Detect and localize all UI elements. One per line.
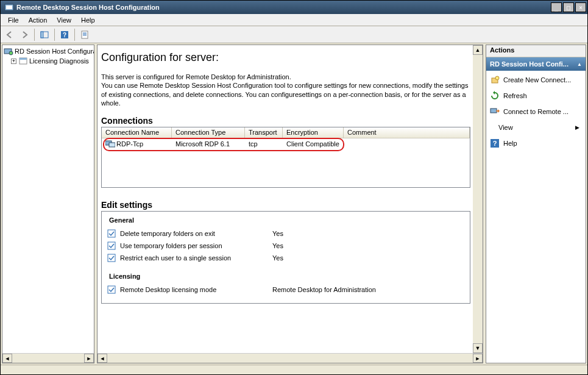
setting-value: Yes bbox=[272, 230, 283, 237]
setting-value: Remote Desktop for Administration bbox=[272, 286, 376, 293]
toolbar-separator bbox=[74, 29, 75, 41]
app-icon bbox=[4, 2, 14, 12]
setting-row[interactable]: Restrict each user to a single sessionYe… bbox=[107, 252, 465, 264]
app-window: Remote Desktop Session Host Configuratio… bbox=[0, 0, 588, 375]
col-encryption[interactable]: Encryption bbox=[283, 127, 344, 138]
show-hide-tree-button[interactable] bbox=[38, 28, 51, 41]
close-button[interactable]: × bbox=[575, 2, 586, 12]
properties-button[interactable] bbox=[78, 28, 91, 41]
tree-pane: RD Session Host Configura + Licensing Di… bbox=[2, 45, 94, 363]
help-icon: ? bbox=[490, 138, 500, 148]
tree-child[interactable]: + Licensing Diagnosis bbox=[4, 56, 93, 66]
chevron-right-icon: ▶ bbox=[575, 124, 579, 130]
edit-settings-heading: Edit settings bbox=[101, 200, 470, 210]
col-conn-name[interactable]: Connection Name bbox=[102, 127, 172, 138]
toolbar-separator bbox=[34, 29, 35, 41]
setting-icon bbox=[107, 253, 116, 263]
svg-rect-1 bbox=[6, 5, 12, 9]
content-pane: Configuration for server: This server is… bbox=[97, 45, 483, 363]
tree-hscroll[interactable]: ◄ ► bbox=[2, 353, 94, 363]
chevron-up-icon: ▲ bbox=[577, 62, 582, 67]
menu-view[interactable]: View bbox=[52, 15, 76, 25]
server-icon bbox=[4, 46, 13, 56]
svg-rect-22 bbox=[491, 109, 497, 113]
svg-point-21 bbox=[495, 76, 499, 80]
content-hscroll[interactable]: ◄ ► bbox=[97, 353, 483, 363]
new-icon bbox=[490, 75, 500, 85]
menu-file[interactable]: File bbox=[3, 15, 24, 25]
content-vscroll[interactable]: ▲ ▼ bbox=[473, 45, 483, 353]
setting-label: Remote Desktop licensing mode bbox=[120, 286, 272, 293]
setting-label: Restrict each user to a single session bbox=[120, 254, 272, 262]
col-conn-type[interactable]: Connection Type bbox=[172, 127, 245, 138]
toolbar-separator bbox=[54, 29, 55, 41]
minimize-button[interactable]: _ bbox=[551, 2, 562, 12]
action-help[interactable]: ?Help bbox=[486, 135, 586, 151]
actions-list: Create New Connect...RefreshConnect to R… bbox=[486, 71, 586, 152]
expander-icon[interactable]: + bbox=[11, 59, 16, 64]
setting-value: Yes bbox=[272, 242, 283, 249]
connections-header: Connection Name Connection Type Transpor… bbox=[102, 127, 470, 138]
menu-bar: File Action View Help bbox=[1, 14, 587, 26]
licensing-icon bbox=[18, 56, 28, 66]
scroll-track[interactable] bbox=[473, 55, 483, 343]
scroll-track[interactable] bbox=[107, 354, 473, 363]
scroll-down-icon[interactable]: ▼ bbox=[473, 343, 483, 353]
action-label: Help bbox=[503, 140, 517, 147]
scroll-up-icon[interactable]: ▲ bbox=[473, 45, 483, 55]
scroll-right-icon[interactable]: ► bbox=[473, 354, 483, 363]
connection-icon bbox=[105, 139, 115, 149]
page-title: Configuration for server: bbox=[101, 51, 470, 64]
cell-encryption: Client Compatible bbox=[283, 140, 344, 148]
scroll-track[interactable] bbox=[12, 354, 84, 363]
connections-heading: Connections bbox=[101, 116, 470, 126]
svg-rect-18 bbox=[108, 254, 115, 262]
tree-child-label: Licensing Diagnosis bbox=[29, 57, 89, 65]
action-view[interactable]: View▶ bbox=[486, 120, 586, 135]
col-transport[interactable]: Transport bbox=[245, 127, 283, 138]
cell-comment bbox=[344, 143, 470, 145]
tree-root[interactable]: RD Session Host Configura bbox=[4, 46, 93, 56]
menu-help[interactable]: Help bbox=[76, 15, 100, 25]
cell-transport: tcp bbox=[245, 140, 283, 148]
scroll-right-icon[interactable]: ► bbox=[84, 354, 94, 363]
setting-row[interactable]: Use temporary folders per sessionYes bbox=[107, 240, 465, 252]
connection-row[interactable]: RDP-Tcp Microsoft RDP 6.1 tcp Client Com… bbox=[102, 138, 470, 149]
setting-label: Delete temporary folders on exit bbox=[120, 230, 272, 237]
setting-value: Yes bbox=[272, 254, 283, 262]
setting-row[interactable]: Delete temporary folders on exitYes bbox=[107, 227, 465, 240]
window-controls: _ □ × bbox=[550, 2, 586, 12]
action-label: Refresh bbox=[503, 92, 527, 99]
svg-text:?: ? bbox=[493, 140, 497, 147]
connect-icon bbox=[490, 107, 500, 116]
window-title: Remote Desktop Session Host Configuratio… bbox=[16, 4, 550, 11]
help-button[interactable]: ? bbox=[58, 28, 71, 41]
tree-root-label: RD Session Host Configura bbox=[15, 48, 94, 55]
svg-rect-3 bbox=[41, 32, 43, 38]
main-body: RD Session Host Configura + Licensing Di… bbox=[1, 43, 587, 365]
action-label: Connect to Remote ... bbox=[503, 108, 569, 115]
action-refresh[interactable]: Refresh bbox=[486, 88, 586, 104]
svg-rect-15 bbox=[109, 143, 115, 147]
connections-list[interactable]: Connection Name Connection Type Transpor… bbox=[101, 127, 470, 188]
forward-button[interactable] bbox=[18, 28, 31, 41]
actions-subtitle[interactable]: RD Session Host Confi... ▲ bbox=[486, 57, 586, 71]
svg-point-11 bbox=[9, 51, 13, 55]
scroll-left-icon[interactable]: ◄ bbox=[2, 354, 12, 363]
refresh-icon bbox=[490, 91, 500, 101]
col-comment[interactable]: Comment bbox=[344, 127, 470, 138]
tree-view[interactable]: RD Session Host Configura + Licensing Di… bbox=[2, 45, 94, 353]
setting-icon bbox=[107, 285, 116, 295]
setting-label: Use temporary folders per session bbox=[120, 242, 272, 249]
title-bar: Remote Desktop Session Host Configuratio… bbox=[1, 1, 587, 14]
group-licensing: Licensing bbox=[109, 273, 465, 280]
action-create-new-connect[interactable]: Create New Connect... bbox=[486, 72, 586, 88]
back-button[interactable] bbox=[3, 28, 16, 41]
setting-row[interactable]: Remote Desktop licensing modeRemote Desk… bbox=[107, 284, 465, 296]
scroll-left-icon[interactable]: ◄ bbox=[97, 354, 107, 363]
action-connect-to-remote[interactable]: Connect to Remote ... bbox=[486, 104, 586, 120]
status-bar bbox=[1, 365, 587, 374]
menu-action[interactable]: Action bbox=[24, 15, 52, 25]
maximize-button[interactable]: □ bbox=[563, 2, 574, 12]
cell-conn-name: RDP-Tcp bbox=[102, 138, 172, 149]
